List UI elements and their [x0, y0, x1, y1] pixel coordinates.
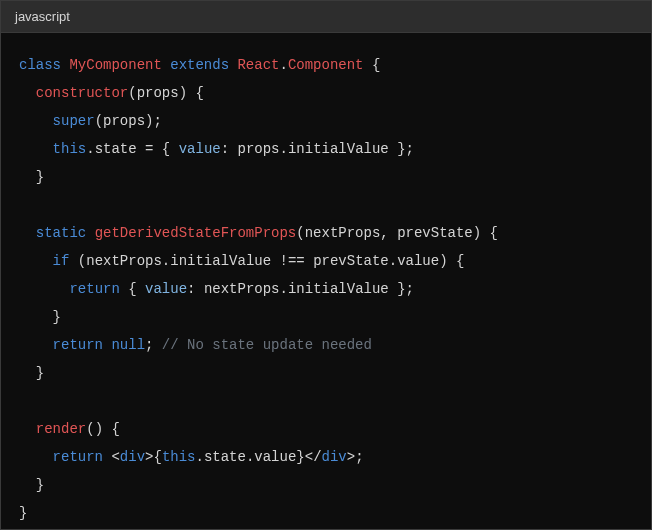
code-token-ident: nextProps: [86, 253, 162, 269]
code-token-punc: .: [280, 281, 288, 297]
code-token-comment: // No state update needed: [162, 337, 372, 353]
code-token-ident: initialValue: [288, 281, 389, 297]
code-token-punc: };: [397, 141, 414, 157]
code-token-fn: render: [36, 421, 86, 437]
code-token-kw: class: [19, 57, 61, 73]
code-token-punc: (): [86, 421, 103, 437]
code-token-kw: if: [53, 253, 70, 269]
code-area[interactable]: class MyComponent extends React.Componen…: [1, 33, 651, 529]
code-token-ident: state: [95, 141, 137, 157]
code-token-punc: (: [296, 225, 304, 241]
code-token-punc: {: [128, 281, 136, 297]
code-token-ident: prevState: [313, 253, 389, 269]
code-token-punc: >;: [347, 449, 364, 465]
code-token-kw: extends: [170, 57, 229, 73]
code-token-ident: nextProps: [204, 281, 280, 297]
code-token-punc: .: [280, 141, 288, 157]
code-content: class MyComponent extends React.Componen…: [1, 51, 651, 527]
code-token-punc: .: [195, 449, 203, 465]
code-token-punc: .: [389, 253, 397, 269]
code-token-prop: value: [145, 281, 187, 297]
code-token-punc: .: [279, 57, 287, 73]
code-token-punc: {: [456, 253, 464, 269]
code-token-ident: props: [103, 113, 145, 129]
code-token-ident: initialValue: [170, 253, 271, 269]
code-token-punc: :: [187, 281, 195, 297]
code-token-tag: div: [120, 449, 145, 465]
code-token-kw: return: [53, 449, 103, 465]
code-token-punc: <: [111, 449, 119, 465]
code-token-kw: static: [36, 225, 86, 241]
code-token-fn: constructor: [36, 85, 128, 101]
code-token-punc: );: [145, 113, 162, 129]
code-token-type: React: [237, 57, 279, 73]
code-token-punc: }: [19, 505, 27, 521]
code-token-punc: }: [53, 309, 61, 325]
code-token-punc: (: [128, 85, 136, 101]
code-token-kw: return: [53, 337, 103, 353]
code-token-type: Component: [288, 57, 364, 73]
code-token-ident: state: [204, 449, 246, 465]
code-token-punc: (: [78, 253, 86, 269]
code-token-punc: {: [162, 141, 170, 157]
code-token-ident: value: [254, 449, 296, 465]
code-token-tag: div: [322, 449, 347, 465]
code-token-punc: ,: [380, 225, 388, 241]
code-block-container: javascript class MyComponent extends Rea…: [0, 0, 652, 530]
code-token-punc: :: [221, 141, 229, 157]
code-token-punc: }: [36, 477, 44, 493]
code-token-punc: }: [36, 365, 44, 381]
code-language-bar: javascript: [1, 1, 651, 33]
code-token-class: MyComponent: [69, 57, 161, 73]
code-token-ident: props: [137, 85, 179, 101]
code-token-ident: prevState: [397, 225, 473, 241]
code-token-punc: =: [145, 141, 153, 157]
code-token-punc: {: [195, 85, 203, 101]
code-token-punc: (: [95, 113, 103, 129]
code-token-kw: return: [69, 281, 119, 297]
code-token-ident: props: [238, 141, 280, 157]
code-token-punc: ): [473, 225, 481, 241]
code-token-punc: }: [36, 169, 44, 185]
language-label: javascript: [15, 9, 70, 24]
code-token-punc: .: [86, 141, 94, 157]
code-token-ident: initialValue: [288, 141, 389, 157]
code-token-null: null: [111, 337, 145, 353]
code-token-kw: super: [53, 113, 95, 129]
code-token-punc: };: [397, 281, 414, 297]
code-token-punc: ): [179, 85, 187, 101]
code-token-fn: getDerivedStateFromProps: [95, 225, 297, 241]
code-token-punc: {: [490, 225, 498, 241]
code-token-punc: .: [162, 253, 170, 269]
code-token-punc: }</: [296, 449, 321, 465]
code-token-punc: {: [372, 57, 380, 73]
code-token-punc: ): [439, 253, 447, 269]
code-token-this: this: [53, 141, 87, 157]
code-token-ident: value: [397, 253, 439, 269]
code-token-punc: {: [111, 421, 119, 437]
code-token-punc: ;: [145, 337, 153, 353]
code-token-punc: !==: [280, 253, 305, 269]
code-token-this: this: [162, 449, 196, 465]
code-token-ident: nextProps: [305, 225, 381, 241]
code-token-prop: value: [179, 141, 221, 157]
code-token-punc: >{: [145, 449, 162, 465]
